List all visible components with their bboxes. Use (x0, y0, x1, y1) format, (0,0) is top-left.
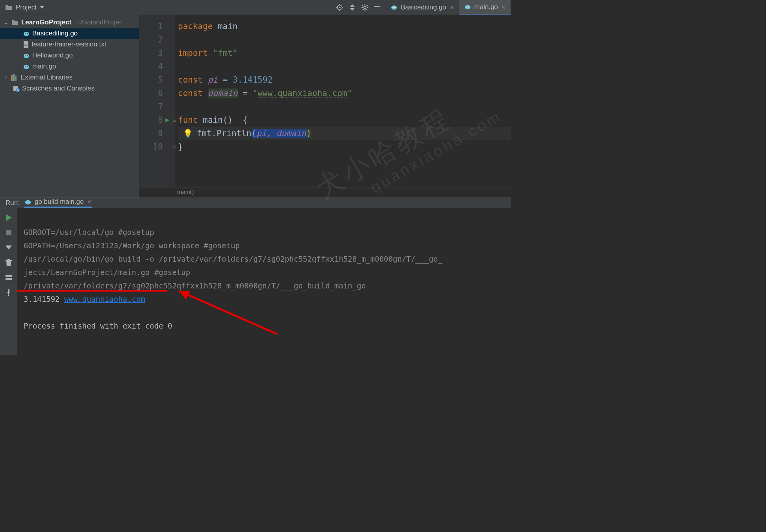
file-label: Helloworld.go (32, 52, 73, 59)
layout-icon[interactable] (5, 273, 13, 281)
line-number: 6 (139, 87, 163, 100)
chevron-down-icon (40, 5, 44, 10)
tree-file-feature-trainer[interactable]: feature-trainer-version.txt (0, 39, 139, 50)
svg-point-13 (24, 31, 29, 36)
line-number: 7 (139, 100, 163, 113)
svg-rect-29 (13, 74, 15, 81)
tab-basicediting[interactable]: Basicediting.go ✕ (386, 0, 459, 15)
line-number: 2 (139, 33, 163, 46)
project-label: Project (16, 4, 37, 11)
chevron-down-icon[interactable]: ⌄ (3, 18, 9, 26)
scratches-label: Scratches and Consoles (22, 85, 94, 92)
close-icon[interactable]: ✕ (501, 4, 506, 10)
svg-point-18 (24, 54, 29, 58)
svg-point-22 (27, 55, 28, 56)
line-number: 5 (139, 73, 163, 87)
stop-icon[interactable] (5, 229, 13, 236)
code-editor[interactable]: 1 2 3 4 5 6 7 8 9 10 ▶ (139, 15, 511, 187)
svg-point-21 (25, 55, 26, 56)
svg-point-33 (25, 200, 31, 204)
console-line: /usr/local/go/bin/go build -o /private/v… (24, 255, 442, 263)
svg-line-38 (179, 291, 277, 334)
line-number: 8 (139, 113, 163, 127)
tree-file-helloworld[interactable]: Helloworld.go (0, 50, 139, 61)
console-line: /private/var/folders/g7/sg02phc552qffxx1… (24, 281, 366, 290)
annotation-underline (17, 290, 167, 292)
go-file-icon (23, 53, 30, 58)
intention-bulb-icon[interactable]: 💡 (183, 129, 193, 138)
console-line: GOROOT=/usr/local/go #gosetup (24, 228, 154, 236)
minimize-icon[interactable]: — (374, 4, 381, 11)
svg-point-2 (364, 6, 366, 9)
chevron-right-icon[interactable]: › (3, 74, 9, 81)
tree-external-libraries[interactable]: › External Libraries (0, 72, 139, 83)
console-link[interactable]: www.quanxiaoha.com (64, 295, 145, 303)
run-tab[interactable]: go build main.go ✕ (24, 198, 92, 208)
line-number: 4 (139, 60, 163, 73)
go-file-icon (24, 199, 31, 205)
expand-all-icon[interactable] (349, 4, 356, 11)
locate-icon[interactable] (336, 4, 343, 11)
svg-point-6 (393, 7, 394, 8)
svg-point-12 (468, 7, 469, 7)
folder-icon (5, 4, 13, 11)
console-line: jects/LearnGoProject/main.go #gosetup (24, 268, 190, 277)
library-icon (11, 74, 18, 81)
down-icon[interactable] (5, 244, 13, 251)
project-dropdown[interactable]: Project (0, 0, 49, 15)
run-toolbar (0, 208, 17, 355)
line-number-gutter[interactable]: 1 2 3 4 5 6 7 8 9 10 ▶ (139, 15, 175, 187)
line-number: 9 (139, 127, 163, 140)
go-file-icon (390, 5, 398, 10)
tree-scratches[interactable]: Scratches and Consoles (0, 83, 139, 94)
line-number: 3 (139, 46, 163, 60)
external-libraries-label: External Libraries (20, 74, 72, 81)
svg-point-17 (27, 33, 28, 34)
scratches-icon (13, 85, 20, 92)
console-output-value: 3.141592 (24, 295, 64, 303)
line-number: 1 (139, 20, 163, 33)
go-file-icon (23, 64, 30, 69)
annotation-arrow (167, 283, 285, 338)
svg-point-16 (25, 33, 26, 34)
tree-file-main[interactable]: main.go (0, 61, 139, 72)
run-label: Run: (6, 199, 20, 207)
go-file-icon (464, 4, 471, 10)
gear-icon[interactable] (361, 4, 368, 11)
project-name: LearnGoProject (21, 18, 72, 26)
console-exit-line: Process finished with exit code 0 (24, 321, 172, 330)
svg-point-11 (466, 7, 467, 7)
project-tree[interactable]: ⌄ LearnGoProject ~/GolandProjec Basicedi… (0, 15, 139, 198)
go-file-icon (23, 31, 30, 36)
text-file-icon (23, 41, 29, 48)
tree-file-basicediting[interactable]: Basicediting.go (0, 28, 139, 39)
pin-icon[interactable] (5, 288, 13, 296)
file-label: main.go (32, 63, 56, 70)
svg-point-27 (27, 66, 28, 67)
file-label: Basicediting.go (32, 30, 78, 37)
file-label: feature-trainer-version.txt (31, 41, 106, 48)
tab-main[interactable]: main.go ✕ (459, 0, 511, 15)
svg-point-3 (391, 6, 397, 10)
run-tab-label: go build main.go (35, 198, 84, 206)
close-icon[interactable]: ✕ (87, 199, 92, 205)
tree-project-root[interactable]: ⌄ LearnGoProject ~/GolandProjec (0, 17, 139, 28)
svg-point-7 (395, 7, 396, 8)
svg-marker-39 (179, 291, 191, 299)
run-console[interactable]: GOROOT=/usr/local/go #gosetup GOPATH=/Us… (17, 208, 511, 355)
console-line: GOPATH=/Users/a123123/Work/go_workspace … (24, 241, 240, 250)
close-icon[interactable]: ✕ (450, 4, 454, 11)
svg-point-8 (464, 5, 470, 9)
svg-rect-28 (11, 75, 13, 81)
svg-rect-37 (6, 278, 12, 280)
tab-label: main.go (474, 3, 498, 11)
run-icon[interactable] (5, 214, 13, 222)
trash-icon[interactable] (5, 259, 13, 266)
svg-point-26 (25, 66, 26, 67)
svg-rect-35 (6, 245, 11, 246)
svg-rect-34 (6, 230, 11, 235)
svg-point-23 (24, 65, 29, 69)
tab-label: Basicediting.go (401, 4, 446, 11)
breadcrumb[interactable]: main() (139, 187, 511, 198)
svg-rect-36 (6, 275, 12, 277)
